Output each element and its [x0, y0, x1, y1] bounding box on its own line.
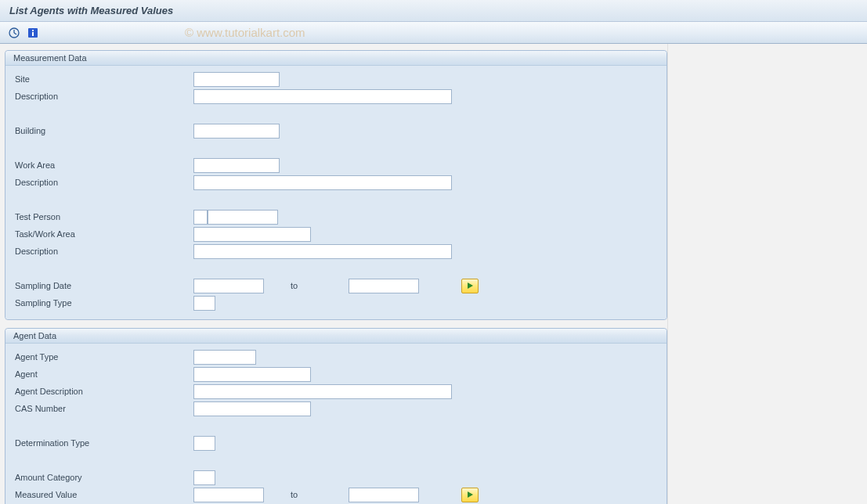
- task-work-area-input[interactable]: [193, 227, 311, 242]
- label-test-person: Test Person: [13, 212, 193, 221]
- sampling-type-input[interactable]: [193, 296, 215, 311]
- agent-desc-input[interactable]: [193, 384, 452, 399]
- label-agent-desc: Agent Description: [13, 387, 193, 396]
- execute-icon[interactable]: [6, 25, 22, 41]
- group-header-agent: Agent Data: [5, 329, 667, 344]
- sampling-date-from-input[interactable]: [193, 279, 264, 293]
- amount-category-input[interactable]: [193, 470, 215, 485]
- toolbar: © www.tutorialkart.com: [0, 22, 867, 44]
- work-area-input[interactable]: [193, 158, 280, 173]
- arrow-right-icon: [468, 491, 473, 498]
- label-sampling-date: Sampling Date: [13, 281, 193, 290]
- label-sampling-type: Sampling Type: [13, 298, 193, 308]
- page-title: List Agents with Measured Values: [0, 0, 867, 22]
- cas-number-input[interactable]: [193, 401, 311, 416]
- watermark-text: © www.tutorialkart.com: [185, 26, 305, 39]
- determination-type-input[interactable]: [193, 436, 215, 451]
- group-measurement-data: Measurement Data Site Description Buildi…: [5, 50, 667, 320]
- form-column: Measurement Data Site Description Buildi…: [0, 44, 667, 504]
- label-work-area-desc: Description: [13, 178, 193, 187]
- label-agent: Agent: [13, 369, 193, 379]
- arrow-right-icon: [468, 283, 473, 289]
- task-desc-input[interactable]: [193, 244, 452, 259]
- side-panel: [667, 44, 867, 504]
- agent-input[interactable]: [193, 367, 311, 382]
- agent-type-input[interactable]: [193, 350, 256, 365]
- building-input[interactable]: [193, 124, 280, 139]
- info-icon[interactable]: [25, 25, 41, 41]
- label-work-area: Work Area: [13, 160, 193, 170]
- label-measured-value-to: to: [291, 490, 345, 499]
- test-person-input-b[interactable]: [208, 210, 278, 225]
- measured-value-to-input[interactable]: [349, 488, 419, 502]
- label-determination-type: Determination Type: [13, 438, 193, 448]
- group-agent-data: Agent Data Agent Type Agent Agent Descri…: [5, 328, 667, 504]
- label-site: Site: [13, 74, 193, 84]
- label-building: Building: [13, 126, 193, 135]
- test-person-input-a[interactable]: [193, 210, 208, 225]
- label-agent-type: Agent Type: [13, 352, 193, 362]
- label-task-desc: Description: [13, 247, 193, 256]
- label-amount-category: Amount Category: [13, 473, 193, 482]
- svg-line-2: [14, 33, 16, 34]
- work-area-desc-input[interactable]: [193, 175, 452, 190]
- site-desc-input[interactable]: [193, 89, 452, 104]
- multi-select-measured-value-button[interactable]: [461, 488, 479, 502]
- group-header-measurement: Measurement Data: [5, 51, 667, 66]
- label-sampling-date-to: to: [291, 281, 345, 290]
- multi-select-sampling-date-button[interactable]: [461, 279, 479, 293]
- label-site-desc: Description: [13, 92, 193, 101]
- svg-rect-5: [32, 32, 34, 36]
- measured-value-from-input[interactable]: [193, 488, 264, 502]
- label-measured-value: Measured Value: [13, 490, 193, 499]
- svg-rect-4: [32, 30, 34, 31]
- sampling-date-to-input[interactable]: [349, 279, 419, 293]
- label-task-work-area: Task/Work Area: [13, 229, 193, 239]
- label-cas-number: CAS Number: [13, 404, 193, 413]
- site-input[interactable]: [193, 72, 280, 87]
